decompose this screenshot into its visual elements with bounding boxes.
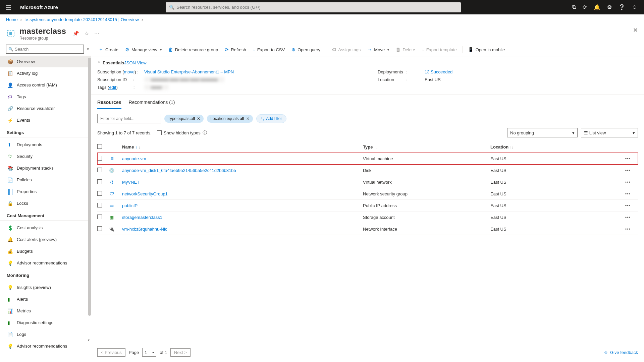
row-checkbox[interactable]	[97, 156, 102, 161]
tags-value[interactable]: xxxxx	[144, 85, 169, 90]
hamburger-menu-icon[interactable]	[3, 5, 13, 10]
sidebar-item[interactable]: 📊Metrics	[0, 305, 91, 317]
sidebar-item[interactable]: ║║Properties	[0, 186, 91, 197]
info-icon[interactable]: ⓘ	[203, 130, 207, 136]
col-type[interactable]: Type↑↓	[363, 144, 490, 149]
sidebar-item[interactable]: 📄Policies	[0, 174, 91, 186]
row-more-icon[interactable]: •••	[618, 227, 638, 232]
favorite-icon[interactable]: ☆	[85, 31, 89, 37]
sidebar-item[interactable]: ⬆Deployments	[0, 139, 91, 150]
row-more-icon[interactable]: •••	[618, 156, 638, 161]
sidebar-item[interactable]: 📄Logs	[0, 328, 91, 340]
row-more-icon[interactable]: •••	[618, 168, 638, 173]
subscription-link[interactable]: Visual Studio Enterprise-Abonnement1 – M…	[144, 69, 234, 74]
notifications-icon[interactable]: 🔔	[594, 4, 600, 10]
sidebar-item[interactable]: 📚Deployment stacks	[0, 162, 91, 174]
sidebar-scrollbar[interactable]: ▾	[88, 58, 91, 336]
delete-rg-button[interactable]: 🗑Delete resource group	[167, 46, 220, 54]
row-checkbox[interactable]	[97, 191, 102, 196]
row-more-icon[interactable]: •••	[618, 215, 638, 220]
refresh-button[interactable]: ⟳Refresh	[223, 46, 248, 54]
sidebar-item[interactable]: 🔒Locks	[0, 197, 91, 209]
resource-name-link[interactable]: anynode-vm	[122, 156, 146, 161]
resource-name-link[interactable]: networkSecurityGroup1	[122, 191, 168, 196]
sidebar-item[interactable]: 📋Activity log	[0, 67, 91, 79]
sidebar-item[interactable]: 👤Access control (IAM)	[0, 79, 91, 91]
next-page-button[interactable]: Next >	[170, 348, 191, 357]
select-all-checkbox[interactable]	[97, 144, 102, 149]
table-row[interactable]: 🖥 anynode-vm Virtual machine East US •••	[97, 153, 638, 165]
row-checkbox[interactable]	[97, 168, 102, 172]
row-checkbox[interactable]	[97, 179, 102, 184]
row-more-icon[interactable]: •••	[618, 180, 638, 185]
subscription-id-value[interactable]: xxxxxxxx-xxxx-xxxx-xxxx-xxxxxxxx	[144, 77, 224, 82]
close-icon[interactable]: ✕	[633, 26, 638, 34]
resource-name-link[interactable]: storagemasterclass1	[122, 215, 162, 220]
table-row[interactable]: 🛡 networkSecurityGroup1 Network security…	[97, 188, 638, 200]
more-icon[interactable]: ⋯	[94, 31, 99, 37]
tags-edit-link[interactable]: edit	[109, 85, 116, 90]
sidebar-item[interactable]: 💡Advisor recommendations	[0, 340, 91, 352]
sidebar-item[interactable]: 💰Budgets	[0, 245, 91, 257]
sidebar-item[interactable]: ▮Alerts	[0, 293, 91, 305]
open-query-button[interactable]: ⊕Open query	[290, 46, 322, 54]
table-row[interactable]: ⟨⟩ MyVNET Virtual network East US •••	[97, 176, 638, 188]
table-row[interactable]: 🔌 vm-hxbz6rquhahnu-Nic Network Interface…	[97, 223, 638, 235]
table-row[interactable]: 💿 anynode-vm_disk1_6fa4faeb9521456ba5e2c…	[97, 165, 638, 176]
sidebar-item[interactable]: ▮Diagnostic settings	[0, 317, 91, 328]
location-filter-pill[interactable]: Location equals all✕	[207, 115, 253, 123]
breadcrumb-home[interactable]: Home	[6, 17, 18, 22]
resource-name-link[interactable]: publicIP	[122, 203, 138, 208]
row-checkbox[interactable]	[97, 203, 102, 207]
pin-icon[interactable]: 📌	[73, 31, 79, 37]
help-icon[interactable]: ❔	[619, 4, 625, 10]
give-feedback-link[interactable]: ☺Give feedback	[604, 350, 638, 355]
table-row[interactable]: ▦ storagemasterclass1 Storage account Ea…	[97, 212, 638, 223]
collapse-sidebar-icon[interactable]: «	[87, 47, 89, 51]
col-name[interactable]: Name↑↓	[122, 144, 363, 149]
brand-label[interactable]: Microsoft Azure	[20, 4, 58, 10]
sidebar-item[interactable]: 💡Insights (preview)	[0, 282, 91, 293]
sidebar-item[interactable]: 🔗Resource visualizer	[0, 103, 91, 114]
tab-resources[interactable]: Resources	[97, 100, 121, 109]
sidebar-item[interactable]: ⚡Events	[0, 114, 91, 126]
row-more-icon[interactable]: •••	[618, 191, 638, 196]
add-filter-button[interactable]: ⁺ᵧAdd filter	[256, 114, 286, 123]
manage-view-button[interactable]: ⚙Manage view▾	[124, 46, 163, 54]
resource-name-link[interactable]: MyVNET	[122, 180, 140, 185]
type-filter-pill[interactable]: Type equals all✕	[164, 115, 204, 123]
sidebar-item[interactable]: 🏷Tags	[0, 91, 91, 103]
sidebar-item[interactable]: 💲Cost analysis	[0, 222, 91, 234]
row-checkbox[interactable]	[97, 226, 102, 231]
sidebar-search[interactable]: 🔍	[6, 45, 84, 54]
table-row[interactable]: ▭ publicIP Public IP address East US •••	[97, 200, 638, 212]
col-location[interactable]: Location↑↓	[490, 144, 618, 149]
row-more-icon[interactable]: •••	[618, 203, 638, 208]
close-icon[interactable]: ✕	[246, 116, 250, 121]
grouping-dropdown[interactable]: No grouping▾	[507, 128, 578, 137]
show-hidden-checkbox[interactable]: Show hidden types ⓘ	[157, 130, 207, 136]
close-icon[interactable]: ✕	[197, 116, 200, 121]
filter-input[interactable]	[97, 114, 161, 123]
resource-name-link[interactable]: anynode-vm_disk1_6fa4faeb9521456ba5e2c41…	[122, 168, 236, 173]
json-view-link[interactable]: JSON View	[124, 60, 146, 65]
global-search[interactable]: 🔍	[166, 2, 461, 12]
sidebar-item[interactable]: 🔔Cost alerts (preview)	[0, 234, 91, 245]
open-mobile-button[interactable]: 📱Open in mobile	[467, 46, 506, 54]
sidebar-search-input[interactable]	[15, 47, 82, 52]
feedback-icon[interactable]: ☺	[632, 4, 637, 10]
tab-recommendations[interactable]: Recommendations (1)	[129, 100, 175, 109]
essentials-toggle[interactable]: ⌃ Essentials JSON View	[97, 60, 638, 65]
row-checkbox[interactable]	[97, 215, 102, 219]
settings-icon[interactable]: ⚙	[607, 4, 612, 10]
move-button[interactable]: →Move▾	[366, 46, 390, 54]
filter-icon[interactable]: ⟳	[583, 4, 587, 10]
breadcrumb-path[interactable]: te-systems.anynode-template-202401291430…	[24, 17, 139, 22]
cloud-shell-icon[interactable]: ⧉	[572, 4, 576, 10]
page-select[interactable]: 1▾	[142, 348, 156, 357]
previous-page-button[interactable]: < Previous	[97, 348, 125, 357]
view-dropdown[interactable]: ☰ List view▾	[581, 128, 638, 137]
export-csv-button[interactable]: ↓Export to CSV	[252, 46, 286, 54]
sidebar-item[interactable]: 💡Advisor recommendations	[0, 257, 91, 269]
resource-name-link[interactable]: vm-hxbz6rquhahnu-Nic	[122, 227, 167, 232]
